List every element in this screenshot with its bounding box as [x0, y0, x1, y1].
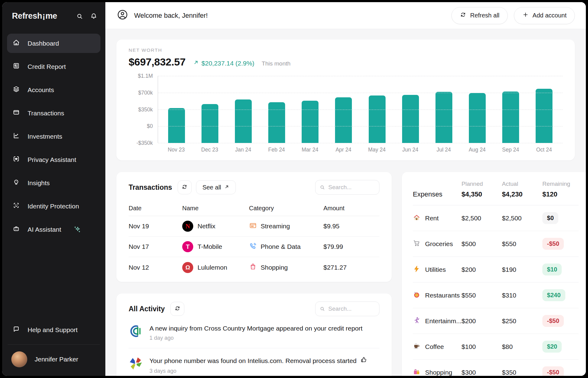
- expense-planned: $200: [462, 266, 502, 273]
- refresh-all-button[interactable]: Refresh all: [451, 7, 508, 24]
- user-profile[interactable]: Jennifer Parker: [7, 349, 100, 370]
- column-header-actual: Actual: [502, 181, 542, 187]
- networth-chart-plot: [158, 76, 563, 143]
- expenses-title: Expenses: [413, 190, 462, 198]
- networth-bar-nov-23[interactable]: [168, 108, 185, 143]
- welcome-text: Welcome back, Jennifer!: [134, 12, 208, 20]
- table-row-lululemon[interactable]: Nov 12 Ω Lululemon Shopping $271.27: [129, 257, 379, 278]
- y-axis-tick-label: $1.1M: [138, 73, 153, 79]
- table-row-entertainment[interactable]: Entertainm... $200 $250 -$50: [413, 308, 579, 334]
- expense-planned: $100: [462, 343, 502, 350]
- sidebar-item-label: Transactions: [28, 110, 64, 117]
- networth-bar-dec-23[interactable]: [202, 104, 218, 143]
- sidebar-item-identity-protection[interactable]: Identity Protection: [7, 196, 100, 216]
- robot-icon: [13, 225, 20, 234]
- sidebar-item-label: Privacy Assistant: [28, 156, 76, 163]
- networth-bar-jul-24[interactable]: [435, 92, 452, 143]
- expense-name: Groceries: [425, 240, 453, 248]
- sidebar-item-accounts[interactable]: Accounts: [7, 80, 100, 99]
- sidebar-item-help-support[interactable]: Help and Support: [7, 320, 100, 339]
- networth-bar-mar-24[interactable]: [302, 101, 318, 143]
- transaction-category: Phone & Data: [261, 243, 301, 250]
- expense-actual: $250: [502, 317, 542, 325]
- expense-name: Coffee: [425, 343, 444, 350]
- x-axis-tick-label: Jul 24: [427, 147, 460, 153]
- table-row-groceries[interactable]: Groceries $500 $550 -$50: [413, 231, 579, 257]
- add-account-button[interactable]: Add account: [514, 7, 575, 24]
- list-item-credit-inquiry[interactable]: A new inquiry from Cross Country Mortgag…: [129, 316, 379, 348]
- table-row-shopping[interactable]: Shopping $300 $350 -$50: [413, 360, 579, 376]
- networth-bar-feb-24[interactable]: [268, 102, 285, 143]
- credit-card-icon: [13, 109, 20, 118]
- trend-up-icon: [193, 59, 199, 67]
- netflix-logo: N: [182, 221, 193, 232]
- entertainment-dancer-icon: [413, 316, 420, 326]
- expense-name: Entertainm...: [425, 317, 462, 325]
- networth-bar-jan-24[interactable]: [235, 99, 252, 143]
- welcome-message: Welcome back, Jennifer!: [116, 9, 208, 23]
- avatar: [11, 351, 27, 367]
- chat-bubble-icon: [13, 325, 20, 334]
- search-icon[interactable]: [76, 13, 83, 20]
- y-axis-tick-label: -$350k: [136, 140, 153, 146]
- networth-bar-oct-24[interactable]: [536, 89, 552, 143]
- home-icon: [13, 39, 20, 48]
- x-axis-tick-label: Aug 24: [461, 147, 494, 153]
- transaction-category: Streaming: [261, 223, 290, 230]
- table-row-rent[interactable]: Rent $2,500 $2,500 $0: [413, 205, 579, 231]
- face-scan-icon: [13, 202, 20, 211]
- sidebar-item-transactions[interactable]: Transactions: [7, 103, 100, 123]
- user-circle-icon: [116, 9, 129, 23]
- networth-bar-apr-24[interactable]: [335, 97, 352, 143]
- networth-bar-may-24[interactable]: [369, 95, 386, 143]
- table-row-tmobile[interactable]: Nov 17 T T-Mobile Phone & Data $79.99: [129, 237, 379, 257]
- tmobile-logo: T: [182, 241, 193, 252]
- coffee-cup-icon: [413, 342, 420, 351]
- sidebar-item-label: AI Assistant: [28, 226, 61, 233]
- net-worth-change-value: $20,237.14 (2.9%): [202, 60, 254, 67]
- networth-bar-sep-24[interactable]: [502, 92, 519, 143]
- bell-icon[interactable]: [90, 13, 97, 20]
- expense-planned: $200: [462, 317, 502, 325]
- see-all-label: See all: [202, 184, 221, 191]
- shopping-bags-icon: [413, 368, 420, 376]
- sidebar-item-investments[interactable]: Investments: [7, 127, 100, 146]
- activity-refresh-button[interactable]: [170, 302, 184, 316]
- expense-name: Rent: [425, 215, 439, 222]
- column-header-remaining: Remaining: [542, 181, 579, 187]
- total-remaining: $120: [542, 190, 579, 198]
- list-item-phone-removal[interactable]: Your phone number was found on Intelius.…: [129, 348, 379, 376]
- networth-bar-aug-24[interactable]: [469, 93, 486, 143]
- table-row-utilities[interactable]: Utilities $200 $190 $10: [413, 257, 579, 283]
- sidebar-item-dashboard[interactable]: Dashboard: [7, 34, 100, 53]
- sidebar-item-label: Help and Support: [28, 326, 77, 334]
- see-all-button[interactable]: See all: [196, 180, 236, 194]
- x-axis-tick-label: Feb 24: [260, 147, 293, 153]
- expense-planned: $300: [462, 369, 502, 376]
- total-actual: $4,230: [502, 190, 542, 198]
- status-badge: $20: [542, 341, 562, 353]
- net-worth-card: NET WORTH $697,832.57 $20,237.14 (2.9%) …: [116, 39, 575, 160]
- expenses-totals-row: Expenses $4,350 $4,230 $120: [413, 190, 579, 205]
- networth-chart-yaxis: $1.1M$700k$350k$0-$350k: [129, 76, 158, 143]
- table-row-netflix[interactable]: Nov 19 N Netflix Streaming $9.95: [129, 216, 379, 237]
- transaction-name: Lululemon: [198, 264, 227, 271]
- sidebar-item-label: Credit Report: [28, 63, 66, 70]
- sidebar-item-insights[interactable]: Insights: [7, 173, 100, 193]
- y-axis-tick-label: $700k: [138, 89, 153, 96]
- utilities-bolt-icon: [413, 265, 420, 274]
- expense-actual: $310: [502, 292, 542, 299]
- transaction-amount: $271.27: [323, 264, 379, 271]
- table-row-coffee[interactable]: Coffee $100 $80 $20: [413, 334, 579, 360]
- sidebar-item-privacy-assistant[interactable]: Privacy Assistant: [7, 150, 100, 169]
- transactions-refresh-button[interactable]: [178, 180, 192, 194]
- sidebar-item-label: Identity Protection: [28, 203, 79, 210]
- networth-bar-jun-24[interactable]: [402, 95, 419, 143]
- x-axis-tick-label: Oct 24: [527, 147, 561, 153]
- expense-actual: $2,500: [502, 215, 542, 222]
- phone-data-icon: [249, 242, 257, 252]
- table-row-restaurants[interactable]: Restaurants $550 $310 $240: [413, 283, 579, 308]
- sidebar-item-credit-report[interactable]: Credit Report: [7, 57, 100, 76]
- sidebar-item-ai-assistant[interactable]: AI Assistant: [7, 220, 100, 239]
- thumbs-up-icon[interactable]: [360, 356, 367, 365]
